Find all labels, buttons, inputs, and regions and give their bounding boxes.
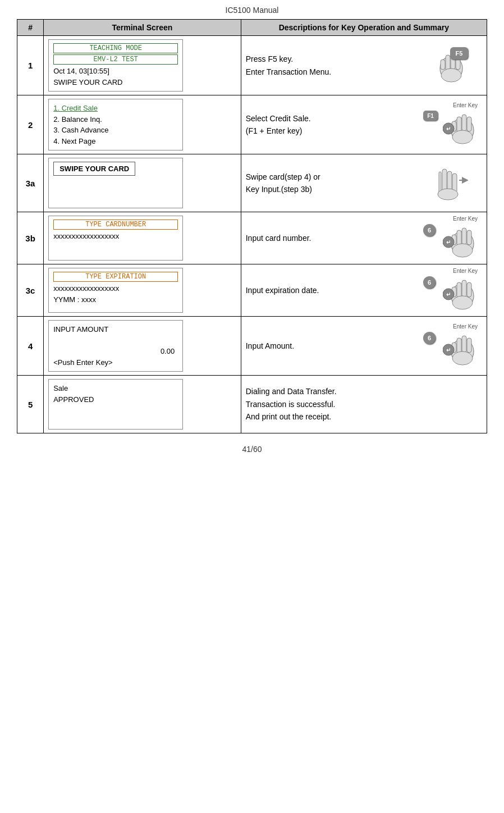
table-row: 3a SWIPE YOUR CARD Swipe card(step 4) or…: [17, 154, 487, 212]
desc-cell-3c: Input expiration date. Enter Key 6: [241, 264, 487, 317]
screen-cell-5: Sale APPROVED: [44, 376, 241, 433]
screen-exp-xs: xxxxxxxxxxxxxxxxxx: [53, 284, 119, 293]
page-footer: 41/60: [17, 445, 487, 454]
table-row: 5 Sale APPROVED Dialing and Data Transfe…: [17, 376, 487, 433]
screen-swipe: SWIPE YOUR CARD: [53, 78, 122, 86]
num6-badge-4: 6: [423, 332, 436, 344]
page-title: IC5100 Manual: [17, 6, 487, 15]
screen-input-amount: INPUT AMOUNT: [53, 325, 108, 334]
enter-key-label-2: Enter Key: [453, 102, 478, 108]
num6-enter-group-3b: Enter Key 6 ↵: [420, 216, 482, 261]
desc-cell-2: Select Credit Sale.(F1 + Enter key) Ente…: [241, 95, 487, 154]
desc-text-3c: Input expiration date.: [246, 284, 420, 296]
screen-cell-1: TEACHING MODE EMV-L2 TEST Oct 14, 03[10:…: [44, 36, 241, 95]
svg-rect-4: [441, 60, 445, 70]
row-num-1: 1: [17, 36, 44, 95]
screen-approved: APPROVED: [53, 395, 94, 404]
screen-amount-value: 0.00: [161, 346, 175, 357]
screen-cell-3b: TYPE CARDNUMBER xxxxxxxxxxxxxxxxxx: [44, 212, 241, 264]
svg-rect-8: [462, 115, 466, 131]
icon-area-4: Enter Key 6 ↵: [420, 323, 482, 368]
screen-cell-3a: SWIPE YOUR CARD: [44, 154, 241, 212]
desc-text-2: Select Credit Sale.(F1 + Enter key): [246, 112, 420, 138]
svg-point-25: [452, 244, 473, 257]
table-row: 1 TEACHING MODE EMV-L2 TEST Oct 14, 03[1…: [17, 36, 487, 95]
svg-point-5: [441, 68, 461, 82]
hand-enter-icon-4: ↵: [443, 330, 482, 367]
screen-push-enter: <Push Enter Key>: [53, 357, 178, 368]
svg-rect-31: [467, 282, 471, 297]
screen-date: Oct 14, 03[10:55]: [53, 67, 109, 75]
screen-cell-2: 1. Credit Sale 2. Balance Inq. 3. Cash A…: [44, 95, 241, 154]
svg-rect-30: [462, 280, 466, 297]
header-num: #: [17, 20, 44, 36]
screen-next: 4. Next Page: [53, 137, 95, 145]
svg-rect-9: [467, 117, 471, 131]
f5-badge: F5: [450, 47, 468, 60]
svg-rect-23: [467, 230, 471, 245]
row-num-4: 4: [17, 317, 44, 376]
screen-title-emv: EMV-L2 TEST: [53, 54, 178, 65]
desc-text-3a: Swipe card(step 4) orKey Input.(step 3b): [246, 171, 420, 196]
svg-rect-22: [462, 228, 466, 245]
f1-badge: F1: [423, 111, 438, 121]
svg-text:↵: ↵: [446, 126, 451, 132]
svg-point-33: [452, 296, 473, 309]
swipe-card-label: SWIPE YOUR CARD: [53, 162, 135, 176]
hand-enter-icon-2: ↵: [443, 109, 482, 145]
header-desc: Descriptions for Key Operation and Summa…: [241, 20, 487, 36]
num6-badge-3c: 6: [423, 276, 436, 289]
screen-cell-3c: TYPE EXPIRATION xxxxxxxxxxxxxxxxxx YYMM …: [44, 264, 241, 317]
swipe-hand-icon: [434, 163, 468, 203]
desc-text-1: Press F5 key.Enter Transaction Menu.: [246, 53, 420, 78]
desc-text-5: Dialing and Data Transfer.Transaction is…: [246, 385, 420, 423]
desc-text-4: Input Amount.: [246, 340, 420, 352]
row-num-3a: 3a: [17, 154, 44, 212]
svg-rect-38: [462, 336, 466, 353]
screen-balance: 2. Balance Inq.: [53, 115, 102, 124]
screen-cell-4: INPUT AMOUNT 0.00 <Push Enter Key>: [44, 317, 241, 376]
row-num-3c: 3c: [17, 264, 44, 317]
screen-credit-sale: 1. Credit Sale: [53, 104, 98, 112]
screen-card-xs: xxxxxxxxxxxxxxxxxx: [53, 232, 119, 240]
screen-cash: 3. Cash Advance: [53, 126, 108, 134]
icon-area-3c: Enter Key 6 ↵: [420, 268, 482, 313]
enter-key-label-3c: Enter Key: [453, 268, 478, 274]
screen-title-teaching: TEACHING MODE: [53, 43, 178, 53]
screen-sale: Sale: [53, 384, 68, 392]
table-row: 3c TYPE EXPIRATION xxxxxxxxxxxxxxxxxx YY…: [17, 264, 487, 317]
svg-text:↵: ↵: [446, 239, 451, 245]
enter-key-label-3b: Enter Key: [453, 216, 478, 222]
hand-enter-icon-3b: ↵: [443, 222, 482, 259]
desc-cell-1: Press F5 key.Enter Transaction Menu. F5: [241, 36, 487, 95]
desc-cell-5: Dialing and Data Transfer.Transaction is…: [241, 376, 487, 433]
svg-point-11: [452, 130, 473, 144]
desc-cell-3b: Input card number. Enter Key 6: [241, 212, 487, 264]
icon-area-2: Enter Key F1 ↵: [420, 102, 482, 147]
num6-enter-group-4: Enter Key 6 ↵: [420, 323, 482, 368]
table-row: 3b TYPE CARDNUMBER xxxxxxxxxxxxxxxxxx In…: [17, 212, 487, 264]
f5-key-hand: F5: [432, 47, 471, 84]
desc-text-3b: Input card number.: [246, 232, 420, 244]
icon-area-3b: Enter Key 6 ↵: [420, 216, 482, 261]
desc-cell-3a: Swipe card(step 4) orKey Input.(step 3b): [241, 154, 487, 212]
num6-enter-group-3c: Enter Key 6 ↵: [420, 268, 482, 313]
svg-point-18: [438, 189, 458, 200]
icon-area-3a: [420, 163, 482, 203]
row-num-3b: 3b: [17, 212, 44, 264]
f1-enter-group: Enter Key F1 ↵: [420, 102, 482, 147]
hand-enter-icon-3c: ↵: [443, 275, 482, 311]
screen-type-expiration: TYPE EXPIRATION: [53, 272, 178, 282]
svg-text:↵: ↵: [446, 347, 451, 353]
svg-text:↵: ↵: [446, 291, 451, 298]
main-table: # Terminal Screen Descriptions for Key O…: [17, 19, 487, 433]
screen-type-cardnumber: TYPE CARDNUMBER: [53, 220, 178, 230]
table-row: 4 INPUT AMOUNT 0.00 <Push Enter Key> Inp…: [17, 317, 487, 376]
row-num-5: 5: [17, 376, 44, 433]
svg-point-41: [452, 351, 473, 365]
enter-key-label-4: Enter Key: [453, 323, 478, 330]
num6-badge-3b: 6: [423, 224, 436, 236]
screen-yymm: YYMM : xxxx: [53, 295, 96, 304]
icon-area-1: F5: [420, 47, 482, 84]
desc-cell-4: Input Amount. Enter Key 6: [241, 317, 487, 376]
